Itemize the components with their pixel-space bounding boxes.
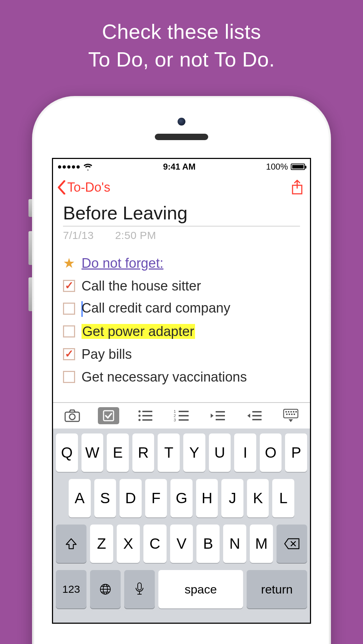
key-o[interactable]: O (260, 433, 282, 472)
star-icon: ★ (63, 256, 75, 270)
outdent-button[interactable] (207, 407, 228, 424)
key-s[interactable]: S (94, 479, 116, 517)
battery-percent: 100% (266, 162, 288, 172)
key-b[interactable]: B (196, 525, 220, 563)
indent-button[interactable] (244, 407, 265, 424)
svg-rect-5 (142, 411, 152, 412)
note-editor[interactable]: Before Leaving 7/1/13 2:50 PM ★ Do not f… (53, 202, 310, 387)
key-g[interactable]: G (170, 479, 193, 517)
checkbox[interactable] (63, 371, 75, 383)
svg-rect-30 (291, 414, 293, 415)
checkbox[interactable] (63, 303, 75, 315)
svg-rect-15 (179, 419, 189, 421)
checklist-item-text: Call the house sitter (81, 278, 201, 294)
phone-frame: 9:41 AM 100% To-Do's (32, 96, 331, 644)
svg-rect-26 (293, 411, 294, 413)
key-e[interactable]: E (107, 433, 129, 472)
front-camera (178, 118, 185, 126)
key-d[interactable]: D (120, 479, 142, 517)
numbers-key[interactable]: 123 (56, 570, 86, 608)
numbered-list-button[interactable]: 123 (171, 407, 192, 424)
svg-point-8 (138, 419, 141, 421)
checklist-item-text: Get necessary vaccinations (81, 369, 247, 385)
promo-line-2: To Do, or not To Do. (0, 46, 363, 73)
svg-rect-7 (142, 415, 152, 416)
promo-headline: Check these lists To Do, or not To Do. (0, 0, 363, 74)
key-x[interactable]: X (117, 525, 140, 563)
key-i[interactable]: I (234, 433, 256, 472)
svg-point-2 (69, 414, 75, 420)
bullet-list-button[interactable] (135, 407, 156, 424)
shift-key[interactable] (56, 525, 86, 563)
svg-rect-22 (284, 409, 298, 418)
checklist-item[interactable]: Call the house sitter (63, 276, 300, 296)
key-h[interactable]: H (196, 479, 218, 517)
key-t[interactable]: T (158, 433, 180, 472)
svg-text:1: 1 (174, 409, 176, 414)
key-n[interactable]: N (223, 525, 246, 563)
svg-rect-31 (294, 414, 295, 415)
checklist-button[interactable] (98, 407, 119, 424)
checklist-item[interactable]: Call credit card company (63, 299, 300, 318)
nav-bar: To-Do's (53, 175, 310, 202)
checklist-item[interactable]: Get power adapter (63, 322, 300, 341)
checklist-item-text: Get power adapter (81, 324, 195, 339)
dictation-key[interactable] (124, 570, 155, 608)
key-z[interactable]: Z (90, 525, 113, 563)
key-f[interactable]: F (145, 479, 167, 517)
chevron-left-icon (57, 180, 66, 195)
signal-strength-icon (58, 165, 80, 169)
key-q[interactable]: Q (56, 433, 78, 472)
key-k[interactable]: K (247, 479, 269, 517)
checkbox[interactable] (63, 280, 75, 292)
svg-rect-24 (288, 411, 289, 413)
return-key[interactable]: return (247, 570, 307, 608)
svg-rect-21 (252, 419, 262, 420)
back-label: To-Do's (67, 180, 110, 195)
delete-key[interactable] (277, 525, 307, 563)
editor-toolbar: 123 (53, 402, 310, 429)
svg-rect-11 (179, 411, 189, 412)
svg-rect-18 (216, 419, 225, 420)
status-time: 9:41 AM (163, 162, 195, 172)
back-button[interactable]: To-Do's (57, 180, 110, 195)
note-heading-line[interactable]: ★ Do not forget: (63, 254, 300, 273)
checkbox[interactable] (63, 325, 75, 337)
checklist-item[interactable]: Get necessary vaccinations (63, 367, 300, 387)
key-j[interactable]: J (221, 479, 243, 517)
key-r[interactable]: R (132, 433, 154, 472)
key-m[interactable]: M (250, 525, 273, 563)
svg-rect-34 (138, 583, 141, 590)
camera-button[interactable] (62, 407, 83, 424)
space-key[interactable]: space (158, 570, 243, 608)
checklist-item-text: Call credit card company (81, 300, 230, 317)
checkbox[interactable] (63, 348, 75, 360)
checklist-item[interactable]: Pay bills (63, 345, 300, 364)
hide-keyboard-button[interactable] (280, 407, 301, 424)
share-button[interactable] (291, 180, 304, 195)
key-y[interactable]: Y (183, 433, 205, 472)
globe-key[interactable] (90, 570, 121, 608)
earpiece-speaker (155, 134, 208, 140)
screen: 9:41 AM 100% To-Do's (52, 158, 311, 624)
svg-rect-17 (216, 415, 225, 416)
svg-rect-29 (289, 414, 290, 415)
key-l[interactable]: L (272, 479, 294, 517)
svg-rect-28 (286, 414, 288, 415)
note-time: 2:50 PM (115, 229, 156, 241)
svg-rect-16 (216, 411, 225, 413)
svg-rect-23 (285, 411, 287, 413)
svg-rect-19 (252, 411, 262, 413)
key-p[interactable]: P (285, 433, 307, 472)
mute-switch (28, 199, 32, 217)
key-a[interactable]: A (69, 479, 91, 517)
battery-icon (291, 164, 305, 170)
key-u[interactable]: U (209, 433, 231, 472)
status-bar: 9:41 AM 100% (53, 159, 310, 175)
key-w[interactable]: W (81, 433, 104, 472)
key-v[interactable]: V (170, 525, 193, 563)
phone-bezel: 9:41 AM 100% To-Do's (34, 98, 329, 644)
svg-point-6 (138, 415, 141, 417)
note-title[interactable]: Before Leaving (63, 202, 300, 227)
key-c[interactable]: C (143, 525, 167, 563)
